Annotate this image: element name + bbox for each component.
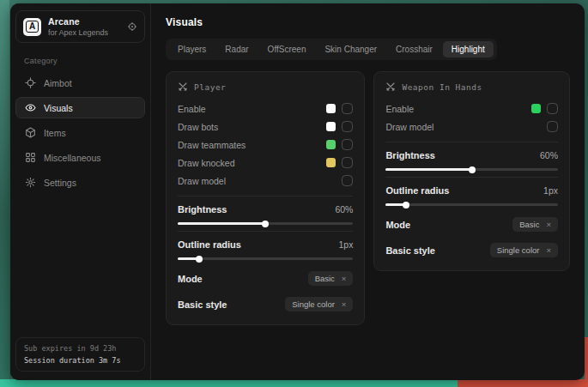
slider-brightness: Brightness60% (178, 196, 353, 225)
toggle-label: Draw model (385, 122, 547, 132)
sidebar-item-label: Visuals (44, 103, 73, 113)
slider-track[interactable] (385, 168, 558, 171)
sidebar-nav: AimbotVisualsItemsMiscellaneousSettings (15, 72, 145, 193)
slider-track[interactable] (178, 257, 353, 260)
slider-head: Brightness60% (385, 150, 558, 160)
slider-value: 60% (540, 150, 558, 160)
sidebar-item-label: Items (44, 128, 66, 138)
slider-fill (178, 222, 265, 225)
panels-container: PlayerEnableDraw botsDraw teammatesDraw … (166, 71, 570, 325)
slider-head: Outline radius1px (178, 239, 353, 250)
chip-remove-icon[interactable]: × (546, 221, 551, 229)
slider-track[interactable] (385, 203, 558, 206)
tab-radar[interactable]: Radar (216, 41, 257, 57)
toggle-label: Draw model (178, 176, 342, 186)
eye-icon (25, 102, 36, 113)
slider-head: Outline radius1px (385, 185, 558, 196)
chip-remove-icon[interactable]: × (342, 300, 347, 309)
app-window: A Arcane for Apex Legends Category Aimbo… (10, 3, 585, 380)
crosshair-icon (25, 77, 36, 88)
main-content: Visuals PlayersRadarOffScreenSkin Change… (151, 3, 585, 380)
sidebar: A Arcane for Apex Legends Category Aimbo… (10, 3, 151, 380)
color-swatch[interactable] (531, 104, 541, 113)
chip-label: Single color (292, 299, 335, 309)
chip-remove-icon[interactable]: × (342, 275, 347, 283)
color-swatch[interactable] (326, 104, 336, 113)
backdrop-orange-edge (585, 337, 588, 380)
chip-single-color[interactable]: Single color× (490, 243, 558, 257)
checkbox-draw-model[interactable] (547, 121, 558, 132)
sidebar-item-label: Miscellaneous (44, 153, 101, 163)
slider-value: 60% (335, 204, 353, 215)
sidebar-item-settings[interactable]: Settings (15, 172, 145, 193)
toggle-label: Draw knocked (178, 158, 326, 168)
color-swatch[interactable] (326, 122, 336, 131)
toggle-row-draw-knocked: Draw knocked (178, 154, 353, 172)
tab-bar: PlayersRadarOffScreenSkin ChangerCrossha… (166, 39, 497, 60)
toggle-row-draw-teammates: Draw teammates (178, 136, 353, 154)
checkbox-draw-model[interactable] (342, 175, 353, 186)
tab-crosshair[interactable]: Crosshair (387, 41, 441, 57)
slider-thumb[interactable] (403, 202, 409, 209)
chip-single-color[interactable]: Single color× (285, 297, 353, 311)
toggle-label: Draw bots (178, 122, 326, 132)
swords-icon (385, 82, 396, 92)
app-name: Arcane (48, 16, 120, 27)
target-icon[interactable] (127, 21, 137, 32)
select-label: Basic style (385, 245, 434, 256)
app-subtitle: for Apex Legends (48, 28, 120, 37)
toggle-label: Enable (385, 104, 531, 114)
box-icon (25, 127, 36, 138)
checkbox-draw-teammates[interactable] (342, 139, 353, 150)
color-swatch[interactable] (326, 140, 336, 149)
checkbox-enable[interactable] (547, 103, 558, 114)
slider-fill (385, 168, 471, 171)
slider-thumb[interactable] (262, 221, 269, 227)
slider-thumb[interactable] (196, 256, 203, 263)
checkbox-enable[interactable] (342, 103, 353, 114)
toggle-row-draw-bots: Draw bots (178, 118, 353, 136)
sidebar-item-label: Settings (44, 178, 76, 188)
panel-weapon-in-hands: Weapon In HandsEnableDraw modelBrightnes… (373, 71, 570, 271)
toggle-row-draw-model: Draw model (385, 118, 558, 136)
checkbox-draw-bots[interactable] (342, 121, 353, 132)
tab-highlight[interactable]: Highlight (443, 41, 494, 57)
sidebar-item-miscellaneous[interactable]: Miscellaneous (15, 147, 145, 168)
slider-label: Brightness (178, 204, 227, 215)
select-row-mode: ModeBasic× (385, 217, 558, 232)
select-row-basic-style: Basic styleSingle color× (178, 297, 353, 311)
sidebar-spacer (15, 193, 145, 337)
toggle-label: Enable (178, 104, 326, 114)
slider-thumb[interactable] (469, 166, 476, 173)
panel-title: Weapon In Hands (402, 82, 482, 92)
chip-label: Single color (497, 245, 540, 255)
sidebar-item-visuals[interactable]: Visuals (15, 97, 145, 118)
chip-remove-icon[interactable]: × (546, 246, 551, 255)
color-swatch[interactable] (326, 158, 336, 167)
slider-brightness: Brightness60% (385, 142, 558, 171)
panel-header: Weapon In Hands (385, 82, 558, 92)
slider-label: Outline radius (178, 239, 241, 250)
page-title: Visuals (166, 16, 570, 28)
tab-offscreen[interactable]: OffScreen (259, 41, 315, 57)
checkbox-draw-knocked[interactable] (342, 157, 353, 168)
slider-outline-radius: Outline radius1px (178, 231, 353, 260)
slider-head: Brightness60% (178, 204, 353, 215)
toggle-label: Draw teammates (178, 140, 326, 150)
slider-value: 1px (543, 185, 558, 196)
slider-value: 1px (338, 239, 353, 250)
category-label: Category (24, 57, 136, 65)
slider-label: Outline radius (385, 185, 449, 196)
tab-skin-changer[interactable]: Skin Changer (316, 41, 385, 57)
sidebar-item-items[interactable]: Items (15, 122, 145, 143)
panel-player: PlayerEnableDraw botsDraw teammatesDraw … (166, 71, 365, 325)
tab-players[interactable]: Players (169, 41, 215, 57)
slider-track[interactable] (178, 222, 353, 225)
sub-expiry-text: Sub expires in 9d 23h (24, 344, 136, 353)
chip-basic[interactable]: Basic× (308, 271, 354, 286)
sidebar-item-aimbot[interactable]: Aimbot (15, 72, 145, 94)
swords-icon (178, 82, 188, 92)
chip-label: Basic (315, 274, 335, 283)
logo-letter: A (26, 21, 38, 33)
chip-basic[interactable]: Basic× (512, 217, 558, 232)
